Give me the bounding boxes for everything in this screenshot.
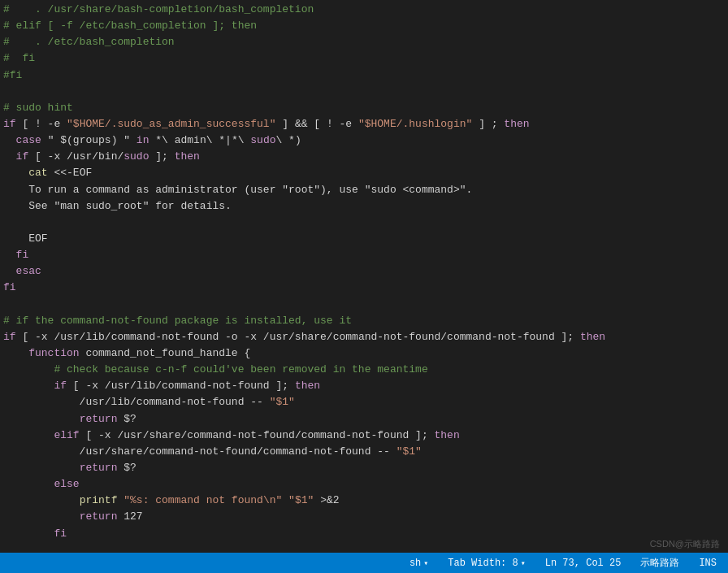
code-line: if [ -x /usr/lib/command-not-found -o -x… xyxy=(0,329,728,345)
code-area: # . /usr/share/bash-completion/bash_comp… xyxy=(0,0,728,536)
code-line: elif [ -x /usr/share/command-not-found/c… xyxy=(0,428,728,444)
shell-selector[interactable]: sh ▾ xyxy=(406,556,431,571)
code-line: cat <<-EOF xyxy=(0,165,728,181)
shell-label: sh xyxy=(410,558,421,569)
code-line: return $? xyxy=(0,460,728,476)
code-line: # sudo hint xyxy=(0,100,728,116)
statusbar: sh ▾ Tab Width: 8 ▾ Ln 73, Col 25 示略路路 I… xyxy=(0,553,728,573)
tab-width-selector[interactable]: Tab Width: 8 ▾ xyxy=(444,556,528,571)
code-line: # . /usr/share/bash-completion/bash_comp… xyxy=(0,2,728,18)
code-line: esac xyxy=(0,263,728,280)
code-line: See "man sudo_root" for details. xyxy=(0,198,728,215)
code-line: # fi xyxy=(0,50,728,67)
ins-label: INS xyxy=(699,558,717,569)
code-line: return 127 xyxy=(0,509,728,525)
ins-mode: INS xyxy=(696,556,720,571)
code-line: case " $(groups) " in *\ admin\ *|*\ sud… xyxy=(0,132,728,149)
encoding-label: 示略路路 xyxy=(640,556,679,570)
code-line: else xyxy=(0,476,728,493)
code-line: if [ ! -e "$HOME/.sudo_as_admin_successf… xyxy=(0,116,728,132)
code-line: # check because c-n-f could've been remo… xyxy=(0,362,728,378)
code-line: return $? xyxy=(0,411,728,428)
code-line: /usr/share/command-not-found/command-not… xyxy=(0,444,728,460)
encoding-info: 示略路路 xyxy=(637,554,682,571)
code-line: To run a command as administrator (user … xyxy=(0,182,728,198)
status-right: sh ▾ Tab Width: 8 ▾ Ln 73, Col 25 示略路路 I… xyxy=(406,554,720,571)
code-line xyxy=(0,215,728,231)
shell-chevron: ▾ xyxy=(423,558,428,568)
code-line: if [ -x /usr/bin/sudo ]; then xyxy=(0,149,728,165)
code-editor: # . /usr/share/bash-completion/bash_comp… xyxy=(0,0,728,536)
code-line xyxy=(0,84,728,100)
code-line: printf "%s: command not found\n" "$1" >&… xyxy=(0,493,728,509)
code-line: if [ -x /usr/lib/command-not-found ]; th… xyxy=(0,378,728,394)
code-line xyxy=(0,297,728,313)
position-label: Ln 73, Col 25 xyxy=(545,558,622,569)
code-line: # . /etc/bash_completion xyxy=(0,34,728,50)
code-line: /usr/lib/command-not-found -- "$1" xyxy=(0,394,728,410)
code-line: fi xyxy=(0,526,728,537)
code-line: # if the command-not-found package is in… xyxy=(0,313,728,329)
code-line: #fi xyxy=(0,67,728,84)
tab-chevron: ▾ xyxy=(521,558,526,568)
tab-width-label: Tab Width: 8 xyxy=(448,558,518,569)
cursor-position: Ln 73, Col 25 xyxy=(542,556,625,571)
code-line: fi xyxy=(0,280,728,296)
code-line: fi xyxy=(0,247,728,263)
watermark: CSDN@示略路路 xyxy=(650,538,720,550)
code-line: # elif [ -f /etc/bash_completion ]; then xyxy=(0,18,728,34)
code-line: function command_not_found_handle { xyxy=(0,345,728,362)
code-line: EOF xyxy=(0,231,728,247)
